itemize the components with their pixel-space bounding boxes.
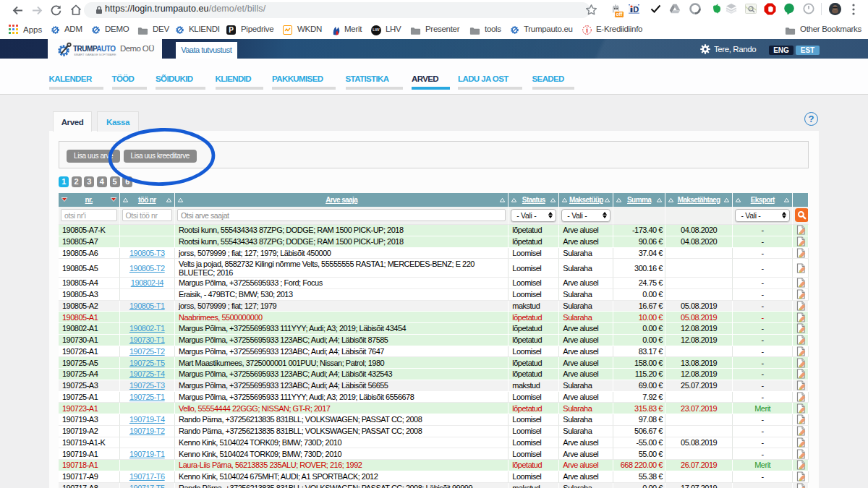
svg-text:D: D <box>633 5 639 14</box>
svg-text:i: i <box>586 27 588 34</box>
